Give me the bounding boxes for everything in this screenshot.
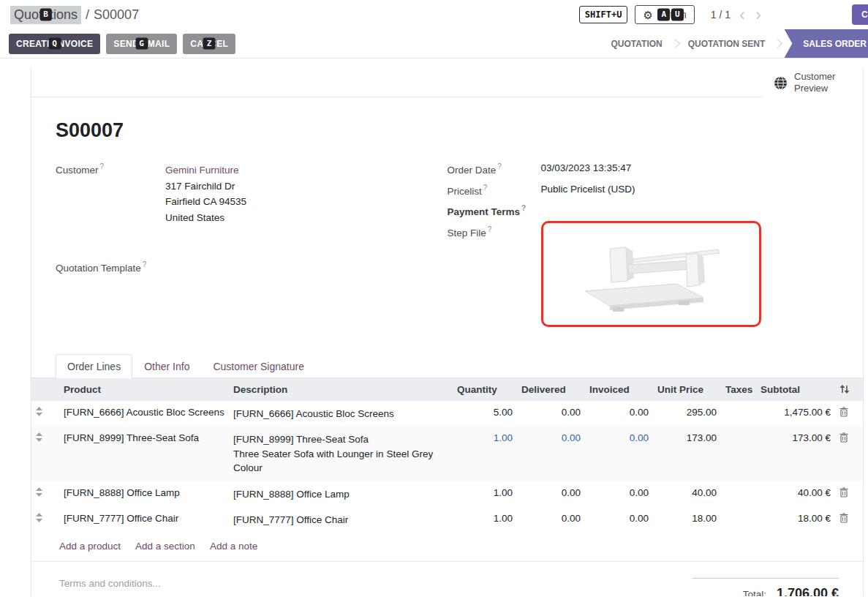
cell-invoiced[interactable]: 0.00 [585, 507, 653, 533]
tab-order-lines[interactable]: Order Lines [56, 354, 132, 378]
cell-description[interactable]: [FURN_8999] Three-Seat Sofa Three Seater… [229, 426, 453, 481]
delete-line-button[interactable] [835, 507, 863, 533]
column-header-delivered[interactable]: Delivered [517, 378, 585, 401]
drag-handle[interactable] [31, 426, 59, 481]
cell-description[interactable]: [FURN_6666] Acoustic Bloc Screens [229, 401, 453, 427]
cell-description[interactable]: [FURN_7777] Office Chair [229, 507, 453, 533]
column-header-quantity[interactable]: Quantity [453, 378, 517, 401]
stage-sales-order[interactable]: SALES ORDER [784, 29, 868, 59]
action-buttons: CREATE INVOICE Q SEND EMAIL G CANCEL Z [9, 34, 235, 54]
column-header-subtotal[interactable]: Subtotal [756, 378, 835, 401]
cell-product[interactable]: [FURN_6666] Acoustic Bloc Screens [59, 401, 229, 427]
cell-product[interactable]: [FURN_7777] Office Chair [59, 507, 229, 533]
list-footer-links: Add a product Add a section Add a note [31, 533, 863, 562]
stage-quotation-sent[interactable]: QUOTATION SENT [679, 39, 775, 49]
step-file-3d-preview[interactable] [563, 233, 739, 315]
optional-columns-toggle[interactable] [835, 378, 863, 401]
column-header-unit-price[interactable]: Unit Price [653, 378, 721, 401]
order-line-row[interactable]: [FURN_8888] Office Lamp [FURN_8888] Offi… [31, 481, 863, 508]
add-note-link[interactable]: Add a note [210, 541, 257, 552]
drag-handle-icon [36, 407, 42, 416]
tab-other-info[interactable]: Other Info [132, 354, 201, 378]
drag-handle[interactable] [31, 401, 59, 427]
cell-unit-price[interactable]: 40.00 [653, 481, 721, 508]
add-section-link[interactable]: Add a section [135, 541, 195, 552]
customer-value: Gemini Furniture 317 Fairchild Dr Fairfi… [165, 162, 246, 225]
drag-handle[interactable] [31, 507, 59, 533]
column-header-product[interactable]: Product [59, 378, 229, 401]
cell-delivered[interactable]: 0.00 [517, 401, 585, 427]
cell-description[interactable]: [FURN_8888] Office Lamp [229, 481, 453, 508]
form-sheet: Customer Preview S00007 Customer? Gemini… [31, 68, 864, 596]
cell-delivered[interactable]: 0.00 [517, 426, 585, 481]
help-icon: ? [143, 260, 147, 268]
customer-preview-button[interactable]: Customer Preview [762, 68, 863, 97]
toggle-columns-icon [839, 385, 850, 394]
help-icon: ? [497, 162, 502, 170]
cancel-button[interactable]: CANCEL Z [183, 34, 235, 54]
trash-icon [839, 513, 848, 523]
customer-link[interactable]: Gemini Furniture [165, 162, 246, 179]
step-file-label: Step File? [448, 225, 541, 327]
cell-delivered[interactable]: 0.00 [517, 507, 585, 533]
order-line-row[interactable]: [FURN_6666] Acoustic Bloc Screens [FURN_… [31, 401, 863, 427]
corner-clipped-button[interactable]: Ci [852, 4, 868, 25]
quotation-template-label: Quotation Template? [56, 260, 165, 274]
total-label: Total: [743, 589, 766, 596]
shortcut-badge-q: Q [48, 37, 61, 50]
delete-line-button[interactable] [835, 426, 863, 481]
delete-line-button[interactable] [835, 401, 863, 427]
breadcrumb-current: S00007 [94, 7, 139, 23]
cell-unit-price[interactable]: 295.00 [653, 401, 721, 427]
order-lines-table: Product Description Quantity Delivered I… [31, 378, 863, 533]
cell-unit-price[interactable]: 18.00 [653, 507, 721, 533]
cell-delivered[interactable]: 0.00 [517, 481, 585, 508]
total-value: 1,706.00 € [777, 586, 839, 596]
trash-icon [839, 407, 848, 417]
cell-quantity[interactable]: 1.00 [453, 507, 517, 533]
tab-customer-signature[interactable]: Customer Signature [201, 354, 316, 378]
add-product-link[interactable]: Add a product [59, 541, 121, 552]
cell-invoiced[interactable]: 0.00 [585, 481, 653, 508]
table-header-row: Product Description Quantity Delivered I… [31, 378, 863, 401]
order-line-row[interactable]: [FURN_8999] Three-Seat Sofa [FURN_8999] … [31, 426, 863, 481]
field-step-file: Step File? [448, 225, 839, 327]
help-icon: ? [483, 184, 488, 192]
pager-next-button[interactable]: › [754, 6, 763, 23]
column-header-description[interactable]: Description [229, 378, 453, 401]
customer-address-line2: Fairfield CA 94535 [165, 194, 246, 210]
cell-quantity[interactable]: 1.00 [453, 426, 517, 481]
terms-and-conditions-input[interactable]: Terms and conditions... [59, 578, 161, 589]
cell-invoiced[interactable]: 0.00 [585, 401, 653, 427]
create-invoice-button[interactable]: CREATE INVOICE Q [9, 34, 100, 54]
cell-unit-price[interactable]: 173.00 [653, 426, 721, 481]
column-header-taxes[interactable]: Taxes [721, 378, 756, 401]
field-order-date: Order Date? 03/03/2023 13:35:47 [448, 162, 839, 176]
column-header-invoiced[interactable]: Invoiced [585, 378, 653, 401]
cell-taxes[interactable] [721, 401, 756, 427]
chevron-right-icon [773, 39, 782, 48]
order-line-row[interactable]: [FURN_7777] Office Chair [FURN_7777] Off… [31, 507, 863, 533]
drag-handle[interactable] [31, 481, 59, 508]
pricelist-value[interactable]: Public Pricelist (USD) [541, 184, 635, 197]
drag-handle-icon [36, 487, 42, 497]
order-date-value[interactable]: 03/03/2023 13:35:47 [541, 162, 632, 176]
shortcut-badge-g: G [135, 37, 148, 50]
cell-quantity[interactable]: 5.00 [453, 401, 517, 427]
cell-invoiced[interactable]: 0.00 [585, 426, 653, 481]
shortcut-badge-b: B [39, 9, 52, 21]
cell-product[interactable]: [FURN_8999] Three-Seat Sofa [59, 426, 229, 481]
send-email-button[interactable]: SEND EMAIL G [106, 34, 177, 54]
cell-taxes[interactable] [721, 426, 756, 481]
action-menu-button[interactable]: ⚙ Action A U [635, 5, 694, 24]
delete-line-button[interactable] [835, 481, 863, 508]
cell-product[interactable]: [FURN_8888] Office Lamp [59, 481, 229, 508]
cell-taxes[interactable] [721, 481, 756, 508]
cell-quantity[interactable]: 1.00 [453, 481, 517, 508]
stage-quotation[interactable]: QUOTATION [602, 39, 672, 49]
cell-taxes[interactable] [721, 507, 756, 533]
breadcrumb-quotations[interactable]: Quotations B [10, 6, 81, 24]
trash-icon [839, 487, 848, 497]
pager-previous-button[interactable]: ‹ [738, 6, 747, 23]
breadcrumb: Quotations B / S00007 [10, 6, 139, 24]
